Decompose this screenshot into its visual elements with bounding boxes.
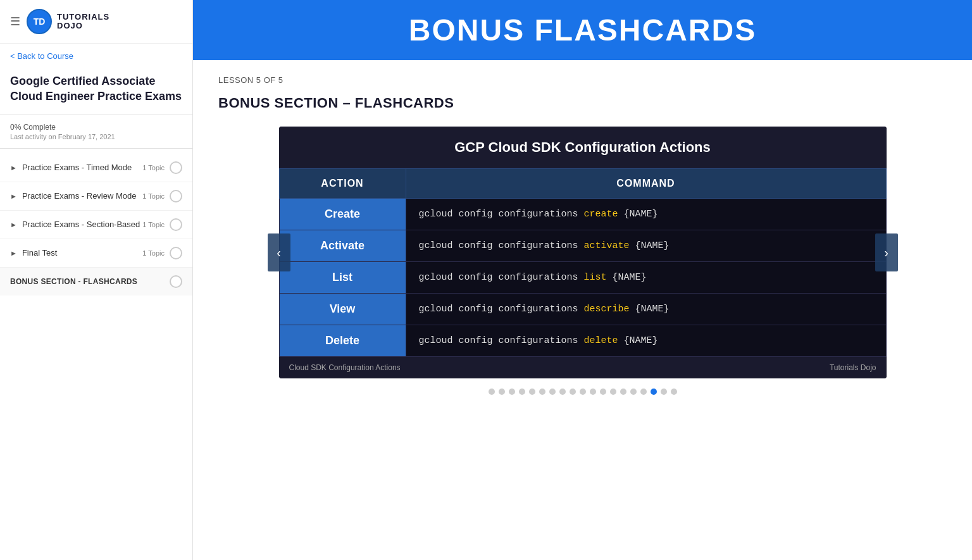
chevron-right-icon: ► — [10, 192, 17, 200]
cmd-keyword: list — [584, 272, 607, 283]
cmd-suffix: {NAME} — [630, 240, 670, 251]
action-cell: Delete — [279, 325, 406, 357]
slide-dot[interactable] — [600, 389, 606, 395]
flashcard-table: ACTION COMMAND Create gcloud config conf… — [279, 168, 887, 357]
cmd-prefix: gcloud config configurations — [419, 304, 584, 314]
nav-item-left: ► Practice Exams - Section-Based — [10, 220, 140, 229]
bonus-completion-checkbox[interactable] — [170, 275, 182, 288]
header-action: ACTION — [279, 169, 406, 199]
nav-item-title: Practice Exams - Review Mode — [22, 191, 137, 201]
nav-item[interactable]: ► Practice Exams - Timed Mode 1 Topic — [0, 154, 192, 182]
slide-dot[interactable] — [590, 389, 596, 395]
command-cell: gcloud config configurations delete {NAM… — [406, 325, 886, 357]
flashcard-footer: Cloud SDK Configuration Actions Tutorial… — [279, 357, 887, 378]
course-title: Google Certified Associate Cloud Enginee… — [0, 68, 192, 115]
bonus-section-nav-item[interactable]: BONUS SECTION - FLASHCARDS — [0, 268, 192, 296]
slide-dot[interactable] — [620, 389, 626, 395]
cmd-keyword: activate — [584, 240, 630, 251]
nav-item-left: ► Practice Exams - Timed Mode — [10, 163, 132, 172]
slide-dot[interactable] — [529, 389, 535, 395]
logo-text: TUTORIALS DOJO — [57, 13, 109, 31]
completion-checkbox[interactable] — [170, 247, 182, 259]
slide-dot[interactable] — [651, 389, 657, 395]
slide-dot[interactable] — [559, 389, 566, 395]
slide-dot[interactable] — [610, 389, 616, 395]
table-row: Create gcloud config configurations crea… — [279, 199, 886, 230]
slide-dot[interactable] — [509, 389, 515, 395]
chevron-right-icon: ► — [10, 221, 17, 228]
command-cell: gcloud config configurations describe {N… — [406, 294, 886, 325]
command-cell: gcloud config configurations activate {N… — [406, 230, 886, 262]
nav-item-left: ► Practice Exams - Review Mode — [10, 191, 137, 201]
table-row: Activate gcloud config configurations ac… — [279, 230, 886, 262]
slide-dot[interactable] — [580, 389, 586, 395]
logo-initials: TD — [34, 16, 46, 27]
cmd-prefix: gcloud config configurations — [419, 240, 584, 251]
cmd-suffix: {NAME} — [607, 272, 647, 283]
prev-arrow[interactable]: ‹ — [268, 233, 290, 271]
logo-circle: TD — [27, 9, 52, 34]
slide-dot[interactable] — [671, 389, 677, 395]
slide-dot[interactable] — [489, 389, 495, 395]
progress-percent: 0% Complete — [10, 123, 182, 132]
slide-dot[interactable] — [570, 389, 576, 395]
next-arrow[interactable]: › — [875, 233, 898, 271]
cmd-keyword: create — [584, 209, 618, 220]
table-row: Delete gcloud config configurations dele… — [279, 325, 886, 357]
nav-item-left: ► Final Test — [10, 248, 57, 258]
slide-dot[interactable] — [630, 389, 637, 395]
action-cell: Create — [279, 199, 406, 230]
progress-section: 0% Complete Last activity on February 17… — [0, 115, 192, 149]
bonus-section-title: BONUS SECTION - FLASHCARDS — [10, 277, 137, 286]
cmd-keyword: describe — [584, 304, 630, 314]
table-row: List gcloud config configurations list {… — [279, 262, 886, 294]
slide-dot[interactable] — [549, 389, 556, 395]
nav-item-right: 1 Topic — [142, 190, 182, 202]
cmd-suffix: {NAME} — [618, 209, 658, 220]
slide-dot[interactable] — [499, 389, 505, 395]
nav-item-title: Final Test — [22, 248, 57, 258]
logo-line2: DOJO — [57, 22, 109, 30]
slide-dot[interactable] — [661, 389, 667, 395]
nav-item[interactable]: ► Practice Exams - Section-Based 1 Topic — [0, 211, 192, 239]
command-cell: gcloud config configurations list {NAME} — [406, 262, 886, 294]
slide-dot[interactable] — [519, 389, 525, 395]
footer-right: Tutorials Dojo — [830, 363, 876, 372]
chevron-right-icon: ► — [10, 164, 17, 171]
logo-line1: TUTORIALS — [57, 13, 109, 22]
slide-dots — [218, 389, 947, 395]
chevron-right-icon: ► — [10, 249, 17, 257]
cmd-suffix: {NAME} — [618, 335, 658, 346]
topic-count: 1 Topic — [142, 164, 165, 171]
sidebar-header: ☰ TD TUTORIALS DOJO — [0, 0, 192, 44]
table-row: View gcloud config configurations descri… — [279, 294, 886, 325]
bonus-banner: BONUS FLASHCARDS — [193, 0, 972, 60]
main-content: BONUS FLASHCARDS LESSON 5 OF 5 BONUS SEC… — [193, 0, 972, 560]
progress-last-activity: Last activity on February 17, 2021 — [10, 133, 182, 140]
cmd-prefix: gcloud config configurations — [419, 335, 584, 346]
nav-item[interactable]: ► Practice Exams - Review Mode 1 Topic — [0, 182, 192, 211]
back-to-course-link[interactable]: < Back to Course — [0, 44, 192, 68]
completion-checkbox[interactable] — [170, 218, 182, 231]
nav-item-right: 1 Topic — [142, 161, 182, 174]
slide-dot[interactable] — [640, 389, 647, 395]
nav-item[interactable]: ► Final Test 1 Topic — [0, 239, 192, 268]
completion-checkbox[interactable] — [170, 161, 182, 174]
header-command: COMMAND — [406, 169, 886, 199]
action-cell: Activate — [279, 230, 406, 262]
banner-text: BONUS FLASHCARDS — [409, 13, 756, 47]
content-area: LESSON 5 OF 5 BONUS SECTION – FLASHCARDS… — [193, 60, 972, 560]
footer-left: Cloud SDK Configuration Actions — [289, 363, 401, 372]
logo: TD TUTORIALS DOJO — [27, 9, 109, 34]
table-header-row: ACTION COMMAND — [279, 169, 886, 199]
slide-dot[interactable] — [539, 389, 545, 395]
flashcard-title: GCP Cloud SDK Configuration Actions — [279, 127, 887, 168]
completion-checkbox[interactable] — [170, 190, 182, 202]
lesson-indicator: LESSON 5 OF 5 — [218, 75, 947, 85]
hamburger-icon[interactable]: ☰ — [10, 15, 20, 28]
topic-count: 1 Topic — [142, 249, 165, 257]
cmd-keyword: delete — [584, 335, 618, 346]
topic-count: 1 Topic — [142, 221, 165, 228]
course-nav: ► Practice Exams - Timed Mode 1 Topic ► … — [0, 149, 192, 301]
sidebar: ☰ TD TUTORIALS DOJO < Back to Course Goo… — [0, 0, 193, 560]
